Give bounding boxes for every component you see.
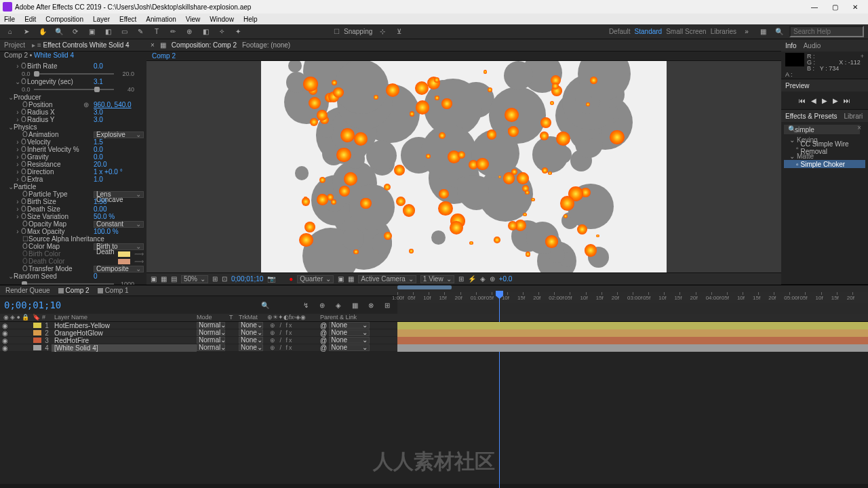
parent-dropdown[interactable]: None⌄ [329,337,370,344]
val-resistance[interactable]: 20.0 [91,161,144,168]
resolution-dropdown[interactable]: Quarter⌄ [297,275,334,283]
menu-help[interactable]: Help [243,16,258,23]
group-producer[interactable]: Producer [14,94,144,101]
vt-renderer-icon[interactable]: ⊕ [490,275,495,283]
tab-effects-presets[interactable]: Effects & Presets [785,113,837,120]
val-cmap[interactable]: Birth to Death⌄ [94,243,144,250]
prop-birth-rate[interactable]: Birth Rate [27,62,91,70]
comp-tab-nav-icon[interactable]: ▦ [160,41,166,49]
layer-switches[interactable]: ⊕ / fx [267,337,320,344]
val-longevity[interactable]: 3.1 [91,78,144,85]
rotate-tool-icon[interactable]: ⟳ [69,26,81,38]
val-tmode[interactable]: Composite⌄ [94,266,144,272]
visibility-toggle[interactable]: ◉ [0,344,9,352]
layer-name[interactable]: OrangeHotGlow [52,329,197,337]
prop-random-seed[interactable]: Random Seed [14,272,91,280]
current-timecode[interactable]: 0;00;01;10 [4,300,61,310]
first-frame-icon[interactable]: ⏮ [799,97,806,104]
prop-source-alpha[interactable]: Source Alpha Inheritance [28,235,144,243]
prop-transfer-mode[interactable]: Transfer Mode [28,265,94,272]
layer-track-bar[interactable] [397,344,868,352]
composition-viewer[interactable]: www.rrcg.cn [146,61,781,272]
group-physics[interactable]: Physics [14,123,144,131]
puppet-tool-icon[interactable]: ✦ [232,26,244,38]
camera-tool-icon[interactable]: ▣ [85,26,98,38]
vt-3d-icon[interactable]: ◈ [480,275,486,283]
tab-render-queue[interactable]: Render Queue [5,287,50,294]
val-radius-y[interactable]: 3.0 [91,116,144,123]
parent-dropdown[interactable]: None⌄ [329,329,370,336]
snap-opt1-icon[interactable]: ⊹ [376,26,389,38]
slider-birth-rate[interactable] [34,73,114,75]
menu-edit[interactable]: Edit [24,16,36,23]
layer-track-bar[interactable] [397,337,868,344]
menu-animation[interactable]: Animation [146,16,176,23]
slider-longevity[interactable] [34,89,114,90]
view-dropdown[interactable]: 1 View⌄ [420,275,454,283]
menu-file[interactable]: File [4,16,15,23]
vt-transparency-icon[interactable]: ▦ [348,275,354,283]
layer-switches[interactable]: ⊕ / fx [267,322,320,329]
rect-tool-icon[interactable]: ▭ [118,26,130,38]
play-icon[interactable]: ▶ [822,97,827,104]
tl-switch-3-icon[interactable]: ◈ [332,299,344,311]
vt-grid-icon[interactable]: ▦ [161,275,167,283]
val-extra[interactable]: 1.0 [91,176,144,183]
val-birth-rate[interactable]: 0.0 [91,62,144,70]
maximize-button[interactable]: ▢ [825,1,845,13]
workspace-default[interactable]: Default [609,28,631,35]
parent-dropdown[interactable]: None⌄ [329,344,370,351]
snapshot-icon[interactable]: 📷 [267,275,275,283]
prop-animation[interactable]: Animation [28,131,94,138]
ep-item-cc-simple-wire[interactable]: ▫CC Simple Wire Removal [784,144,865,152]
layer-name[interactable]: [White Solid 4] [52,344,197,352]
ep-search-clear-icon[interactable]: × [857,124,861,131]
val-velocity[interactable]: 1.5 [91,138,144,146]
last-frame-icon[interactable]: ⏭ [844,97,850,104]
search-help-input[interactable] [789,26,864,37]
vt-guides-icon[interactable]: ▤ [171,275,177,283]
menu-window[interactable]: Window [210,16,234,23]
tl-switch-4-icon[interactable]: ▦ [349,299,361,311]
vt-exposure[interactable]: +0.0 [499,275,513,283]
vt-safe-icon[interactable]: ⊡ [222,275,227,283]
layer-name[interactable]: HotEmbers-Yellow [52,322,197,329]
type-tool-icon[interactable]: T [151,26,163,38]
prop-birth-size[interactable]: Birth Size [27,198,91,205]
val-svar[interactable]: 50.0 % [91,213,144,220]
hand-tool-icon[interactable]: ✋ [37,26,49,38]
snap-opt2-icon[interactable]: ⊻ [393,26,405,38]
layer-name[interactable]: RedHotFire [52,337,197,344]
prop-radius-y[interactable]: Radius Y [27,116,91,123]
prop-resistance[interactable]: Resistance [27,161,91,168]
prop-extra[interactable]: Extra [27,176,91,183]
workspace-standard[interactable]: Standard [635,28,663,35]
menu-effect[interactable]: Effect [119,16,136,23]
visibility-toggle[interactable]: ◉ [0,329,9,337]
home-icon[interactable]: ⌂ [4,26,16,38]
channel-icon[interactable]: ● [289,275,293,283]
pickwhip-icon[interactable]: @ [320,329,327,337]
roto-tool-icon[interactable]: ✧ [216,26,228,38]
tab-libraries[interactable]: Librari [844,113,863,120]
vt-pixel-icon[interactable]: ⊞ [458,275,464,283]
pan-behind-tool-icon[interactable]: ◧ [102,26,114,38]
prop-longevity[interactable]: Longevity (sec) [27,78,91,85]
vt-aspect-icon[interactable]: ⊞ [212,275,218,283]
val-direction[interactable]: 1 x +0.0 ° [91,168,144,176]
blend-mode-dropdown[interactable]: Normal⌄ [197,322,225,329]
prop-direction[interactable]: Direction [27,168,91,176]
workspace-menu-icon[interactable]: ▦ [757,26,769,38]
snapping-label[interactable]: Snapping [344,28,372,35]
val-inherit[interactable]: 0.0 [91,146,144,153]
val-ptype[interactable]: Lens Concave⌄ [94,191,144,198]
tab-project[interactable]: Project [4,41,25,49]
comp-tab-close-icon[interactable]: × [151,41,155,49]
workspace-small[interactable]: Small Screen [666,28,706,35]
blend-mode-dropdown[interactable]: Normal⌄ [197,337,225,344]
prop-position[interactable]: Position [28,101,83,108]
workspace-libraries[interactable]: Libraries [711,28,736,35]
layer-switches[interactable]: ⊕ / fx [267,344,320,351]
trkmat-dropdown[interactable]: None⌄ [239,337,263,344]
tab-comp-1[interactable]: Comp 1 [98,287,129,294]
